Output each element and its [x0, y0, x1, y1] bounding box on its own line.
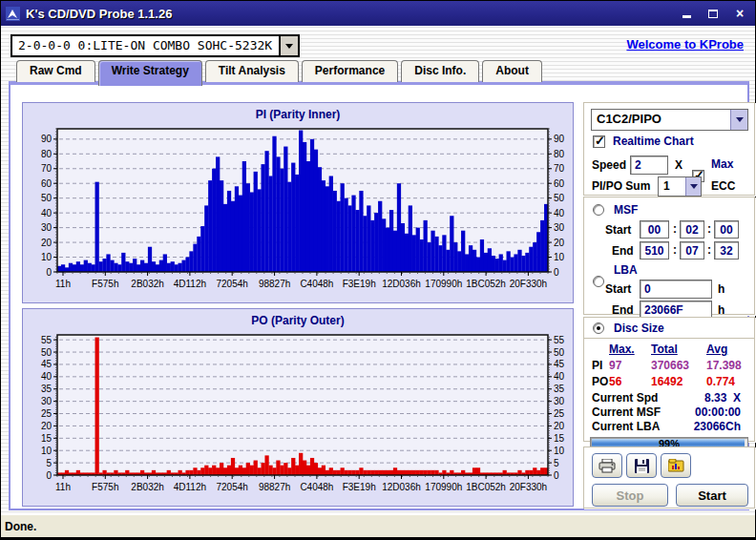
- msf-start-min-input[interactable]: 00: [640, 220, 669, 239]
- speed-input[interactable]: 2: [630, 156, 668, 175]
- mode-select-dropdown-button[interactable]: [730, 110, 747, 130]
- svg-text:20: 20: [554, 421, 565, 431]
- stop-button[interactable]: Stop: [592, 484, 668, 507]
- chevron-down-icon: [736, 117, 744, 122]
- max-speed-label: Max: [711, 157, 733, 171]
- app-window: K's CD/DVD Probe 1.1.26 × 2-0-0-0 0:LITE…: [0, 0, 756, 540]
- disc-size-radio[interactable]: [593, 322, 604, 334]
- lba-start-input[interactable]: 0: [640, 280, 712, 299]
- svg-text:0: 0: [554, 267, 559, 278]
- current-lba-label: Current LBA: [592, 420, 660, 433]
- stats-header-avg: Avg: [706, 343, 754, 356]
- pi-chart-box: PI (Parity Inner) 0010102020303040405050…: [22, 102, 574, 303]
- pi-max-value: 97: [609, 359, 651, 372]
- svg-text:F575h: F575h: [92, 482, 118, 492]
- svg-text:0: 0: [46, 267, 52, 278]
- stats-group: Disc Size Max. Total Avg PI 97 370663 17…: [583, 317, 755, 442]
- svg-text:20: 20: [41, 421, 52, 431]
- pipo-sum-dropdown-button[interactable]: [685, 177, 701, 196]
- pipo-sum-value: 1: [659, 177, 685, 196]
- mode-select[interactable]: C1C2/PIPO: [591, 109, 748, 131]
- svg-text:25: 25: [41, 408, 52, 419]
- tab-disc-info[interactable]: Disc Info.: [401, 60, 479, 82]
- minimize-button[interactable]: [679, 7, 694, 20]
- pipo-sum-select[interactable]: 1: [658, 177, 702, 197]
- current-lba-row: Current LBA 23066Ch: [584, 420, 754, 433]
- msf-end-label: End: [612, 244, 634, 258]
- msf-start-frame-input[interactable]: 00: [714, 220, 739, 239]
- msf-end-sec-input[interactable]: 07: [680, 241, 704, 260]
- pi-total-value: 370663: [651, 359, 706, 372]
- current-speed-row: Current Spd 8.33 X: [584, 391, 754, 405]
- svg-text:55: 55: [554, 335, 565, 345]
- svg-text:50: 50: [41, 347, 52, 358]
- app-icon: [6, 7, 20, 21]
- msf-colon: :: [707, 222, 711, 236]
- svg-text:98827h: 98827h: [259, 279, 290, 289]
- close-button[interactable]: ×: [732, 7, 747, 20]
- svg-text:90: 90: [554, 134, 565, 144]
- pi-chart-title: PI (Parity Inner): [23, 103, 573, 123]
- svg-text:1BC052h: 1BC052h: [466, 482, 506, 492]
- print-button[interactable]: [592, 453, 622, 478]
- svg-text:35: 35: [41, 384, 52, 394]
- scan-controls-group: C1C2/PIPO Realtime Chart Speed 2 X Max P…: [583, 102, 755, 196]
- msf-start-sec-input[interactable]: 02: [680, 220, 704, 239]
- svg-text:11h: 11h: [55, 279, 71, 289]
- svg-text:15: 15: [554, 433, 565, 444]
- svg-text:50: 50: [41, 193, 52, 203]
- divider: [584, 338, 754, 340]
- svg-text:4D112h: 4D112h: [174, 482, 206, 492]
- save-button[interactable]: [626, 453, 657, 478]
- svg-text:50: 50: [554, 347, 565, 358]
- current-lba-value: 23066Ch: [694, 420, 741, 433]
- svg-text:30: 30: [41, 396, 52, 406]
- actions-group: Stop Start: [583, 447, 755, 509]
- svg-text:10: 10: [554, 446, 565, 456]
- svg-text:25: 25: [554, 408, 565, 419]
- svg-text:0: 0: [554, 470, 559, 481]
- msf-radio[interactable]: [593, 204, 604, 216]
- svg-text:90: 90: [41, 134, 52, 144]
- tab-performance[interactable]: Performance: [302, 60, 398, 82]
- svg-text:C4048h: C4048h: [300, 279, 333, 289]
- lba-end-label: End: [612, 303, 634, 317]
- svg-text:45: 45: [41, 359, 52, 369]
- pi-stats-row: PI 97 370663 17.398: [584, 359, 754, 372]
- export-image-button[interactable]: [661, 453, 691, 478]
- start-button[interactable]: Start: [676, 484, 748, 507]
- pi-chart: 0010102020303040405050606070708080909011…: [23, 123, 573, 303]
- svg-text:10: 10: [41, 446, 52, 456]
- current-speed-label: Current Spd: [592, 391, 658, 405]
- welcome-link[interactable]: Welcome to KProbe: [626, 37, 744, 52]
- pipo-sum-label: PI/PO Sum: [592, 179, 650, 193]
- po-stats-row: PO 56 16492 0.774: [584, 375, 754, 388]
- po-chart: 0055101015152020252530303535404045455050…: [23, 329, 573, 507]
- msf-end-min-input[interactable]: 510: [640, 241, 669, 260]
- mode-select-value: C1C2/PIPO: [592, 110, 730, 130]
- tab-raw-cmd[interactable]: Raw Cmd: [16, 60, 95, 82]
- svg-text:12D036h: 12D036h: [382, 279, 421, 289]
- tab-about[interactable]: About: [482, 60, 542, 82]
- svg-text:F3E19h: F3E19h: [343, 279, 376, 289]
- stats-header-total: Total: [651, 343, 706, 356]
- svg-text:72054h: 72054h: [217, 279, 248, 289]
- realtime-chart-label: Realtime Chart: [613, 135, 694, 148]
- msf-colon: :: [707, 243, 711, 257]
- chevron-down-icon: [690, 184, 698, 189]
- lba-radio[interactable]: [593, 276, 604, 287]
- tab-tilt-analysis[interactable]: Tilt Analysis: [205, 60, 299, 82]
- maximize-button[interactable]: [705, 7, 721, 20]
- drive-selector-dropdown-button[interactable]: [279, 36, 298, 55]
- svg-text:20F330h: 20F330h: [510, 279, 547, 289]
- speed-unit-label: X: [675, 158, 682, 172]
- svg-text:70: 70: [554, 163, 565, 174]
- tab-write-strategy[interactable]: Write Strategy: [98, 60, 202, 86]
- realtime-chart-checkbox[interactable]: [593, 135, 605, 148]
- lba-radio-label: LBA: [614, 263, 638, 277]
- svg-text:40: 40: [554, 208, 565, 218]
- drive-selector[interactable]: 2-0-0-0 0:LITE-ON COMBO SOHC-5232K NK07: [10, 34, 300, 57]
- msf-end-frame-input[interactable]: 32: [714, 241, 739, 260]
- range-group: MSF Start 00 : 02 : 00 End 510 : 07 : 32…: [583, 197, 755, 315]
- svg-text:70: 70: [41, 163, 52, 174]
